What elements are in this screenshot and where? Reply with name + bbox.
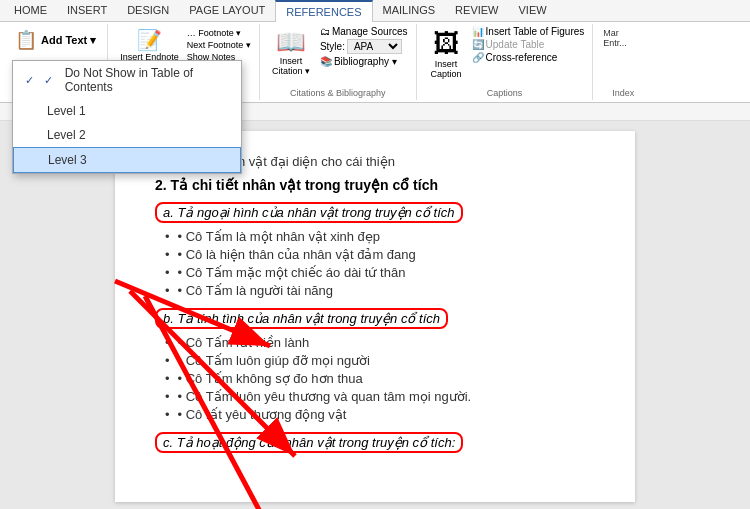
subheading2-container: b. Tả tính tình của nhân vật trong truyệ…	[155, 303, 595, 332]
dropdown-level3[interactable]: Level 3	[13, 147, 241, 173]
insert-table-figures-label: Insert Table of Figures	[486, 26, 585, 37]
tab-design[interactable]: DESIGN	[117, 0, 179, 21]
bullet-s2-1: • Cô Tấm rất hiền lành	[165, 335, 595, 350]
bullets-section1: • Cô Tấm là một nhân vật xinh đẹp • Cô l…	[165, 229, 595, 298]
subheading2: b. Tả tính tình của nhân vật trong truyệ…	[155, 308, 448, 329]
checkmark-icon: ✓	[44, 74, 59, 87]
bibliography-button[interactable]: 📚 Bibliography ▾	[320, 56, 408, 67]
level1-label: Level 1	[47, 104, 86, 118]
level3-label: Level 3	[48, 153, 87, 167]
document-page: • La một nhân vật đại diện cho cái thiện…	[115, 131, 635, 502]
subheading1: a. Tả ngoại hình của nhân vật trong truy…	[155, 202, 463, 223]
endnote-icon: 📝	[137, 28, 162, 52]
dropdown-do-not-show[interactable]: ✓ Do Not Show in Table of Contents	[13, 61, 241, 99]
bullet-s1-4: • Cô Tấm là người tài năng	[165, 283, 595, 298]
bullet-s2-5: • Cô rất yêu thương động vật	[165, 407, 595, 422]
cross-ref-icon: 🔗	[472, 52, 484, 63]
insert-citation-label: Insert Citation ▾	[272, 56, 310, 76]
heading2: 2. Tả chi tiết nhân vật trong truyện cổ …	[155, 177, 595, 193]
manage-sources-button[interactable]: 🗂 Manage Sources	[320, 26, 408, 37]
document-area: • La một nhân vật đại diện cho cái thiện…	[0, 121, 750, 509]
insert-table-figures-button[interactable]: 📊 Insert Table of Figures	[472, 26, 585, 37]
add-text-icon: 📋	[15, 29, 37, 51]
tab-mailings[interactable]: MAILINGS	[373, 0, 446, 21]
cross-reference-label: Cross-reference	[486, 52, 558, 63]
do-not-show-label: Do Not Show in Table of Contents	[65, 66, 229, 94]
caption-icon: 🖼	[433, 28, 459, 59]
table-figures-icon: 📊	[472, 26, 484, 37]
bibliography-icon: 📚	[320, 56, 332, 67]
add-text-button[interactable]: 📋 Add Text ▾	[10, 26, 101, 54]
update-table-label: Update Table	[486, 39, 545, 50]
citations-group-label: Citations & Bibliography	[260, 88, 416, 98]
bullet-s2-3: • Cô Tấm không sợ đo hơn thua	[165, 371, 595, 386]
dropdown-level2[interactable]: Level 2	[13, 123, 241, 147]
bullet-s2-2: • Cô Tấm luôn giúp đỡ mọi người	[165, 353, 595, 368]
tab-view[interactable]: VIEW	[509, 0, 557, 21]
update-table-button[interactable]: 🔄 Update Table	[472, 39, 585, 50]
index-group-label: Index	[593, 88, 653, 98]
bullet-s1-3: • Cô Tấm mặc một chiếc áo dài tứ thân	[165, 265, 595, 280]
cross-reference-button[interactable]: 🔗 Cross-reference	[472, 52, 585, 63]
bullet-s1-2: • Cô là hiện thân của nhân vật đảm đang	[165, 247, 595, 262]
footnote-btn[interactable]: … Footnote ▾	[187, 28, 251, 38]
ribbon-tabs: HOME INSERT DESIGN PAGE LAYOUT REFERENCE…	[0, 0, 750, 22]
style-select[interactable]: APA	[347, 39, 402, 54]
add-text-label: Add Text ▾	[41, 34, 96, 47]
manage-sources-label: Manage Sources	[332, 26, 408, 37]
tab-insert[interactable]: INSERT	[57, 0, 117, 21]
insert-endnote-button[interactable]: 📝 Insert Endnote	[116, 26, 183, 64]
subheading1-container: a. Tả ngoại hình của nhân vật trong truy…	[155, 197, 595, 226]
tab-review[interactable]: REVIEW	[445, 0, 508, 21]
dropdown-level1[interactable]: Level 1	[13, 99, 241, 123]
citation-icon: 📖	[276, 28, 306, 56]
insert-caption-label: InsertCaption	[431, 59, 462, 79]
next-footnote-btn[interactable]: Next Footnote ▾	[187, 40, 251, 50]
captions-group-label: Captions	[417, 88, 593, 98]
manage-sources-icon: 🗂	[320, 26, 330, 37]
insert-caption-button[interactable]: 🖼 InsertCaption	[425, 26, 468, 81]
insert-citation-button[interactable]: 📖 Insert Citation ▾	[268, 26, 314, 78]
tab-page-layout[interactable]: PAGE LAYOUT	[179, 0, 275, 21]
bibliography-label: Bibliography ▾	[334, 56, 397, 67]
bullets-section2: • Cô Tấm rất hiền lành • Cô Tấm luôn giú…	[165, 335, 595, 422]
subheading3: c. Tả hoạt động của nhân vật trong truyệ…	[155, 432, 463, 453]
subheading3-container: c. Tả hoạt động của nhân vật trong truyệ…	[155, 427, 595, 456]
add-text-dropdown: ✓ Do Not Show in Table of Contents Level…	[12, 60, 242, 174]
style-label: Style:	[320, 41, 345, 52]
level2-label: Level 2	[47, 128, 86, 142]
tab-references[interactable]: REFERENCES	[275, 0, 372, 22]
tab-home[interactable]: HOME	[4, 0, 57, 21]
bullet-s1-1: • Cô Tấm là một nhân vật xinh đẹp	[165, 229, 595, 244]
bullet-s2-4: • Cô Tấm luôn yêu thương và quan tâm mọi…	[165, 389, 595, 404]
update-table-icon: 🔄	[472, 39, 484, 50]
